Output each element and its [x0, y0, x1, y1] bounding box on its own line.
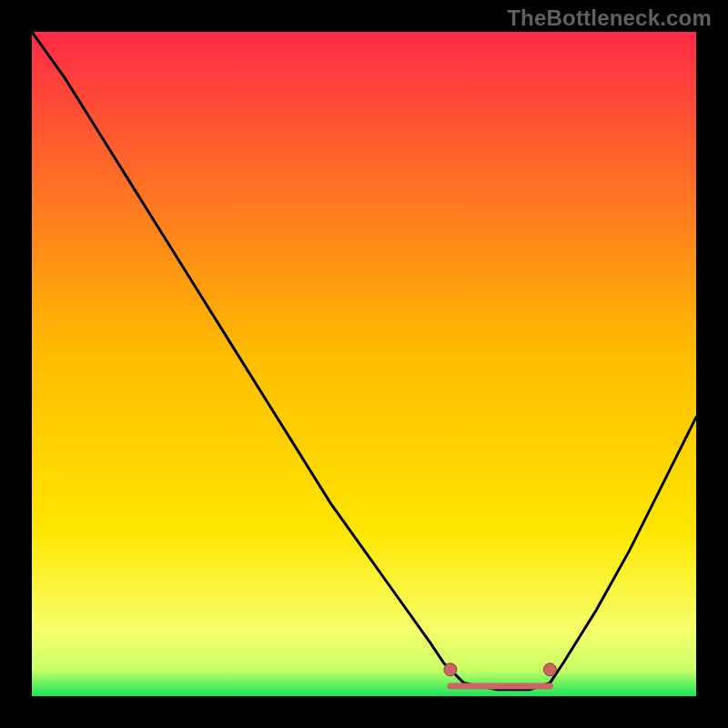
endpoint-marker: [543, 663, 556, 676]
gradient-background: [32, 32, 696, 696]
chart-stage: TheBottleneck.com: [0, 0, 728, 728]
chart-svg: [32, 32, 696, 696]
plot-area: [32, 32, 696, 696]
watermark-text: TheBottleneck.com: [507, 5, 712, 31]
endpoint-marker: [444, 663, 457, 676]
